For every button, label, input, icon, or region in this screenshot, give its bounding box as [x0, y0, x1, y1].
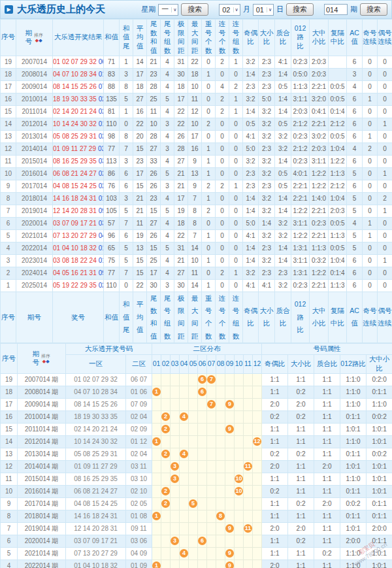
column-header: 012路 比 — [291, 20, 310, 56]
distribution-cell — [198, 497, 207, 510]
stat-cell: 88 — [104, 80, 120, 93]
distribution-cell — [198, 560, 207, 568]
stat-cell: 6 — [347, 267, 363, 279]
stat-cell: 21 — [133, 192, 147, 205]
attr-cell: 0:2 — [288, 535, 314, 547]
issue-cell: 2022014 期 — [18, 560, 66, 568]
distribution-cell — [161, 460, 171, 473]
front-numbers: 05 19 22 29 35 — [53, 282, 97, 289]
week-select[interactable]: 一∨ — [158, 4, 178, 16]
day-select-value: 01 — [256, 6, 264, 14]
distribution-cell — [161, 547, 171, 560]
month-select[interactable]: 02∨ — [219, 4, 240, 16]
distribution-cell — [216, 560, 225, 568]
stat-cell: 71 — [104, 56, 120, 68]
stat-cell: 22 — [174, 229, 188, 242]
seq-cell: 10 — [1, 167, 16, 180]
distribution-cell: 6 — [198, 386, 207, 398]
stat-cell: 15 — [133, 254, 147, 267]
stat-cell: 1:1:3 — [329, 229, 347, 242]
attr-cell: 0:2 — [288, 497, 314, 510]
distribution-cell — [216, 522, 225, 535]
stat-cell: 0 — [378, 93, 392, 105]
stat-cell: 15 — [147, 205, 161, 217]
front-numbers: 08 14 15 25 26 — [53, 83, 97, 90]
issue-cell: 2008014 期 — [18, 386, 66, 398]
stat-cell: 0 — [378, 68, 392, 80]
distribution-cell: 3 — [171, 473, 180, 485]
zone2-cell: 01 12 — [126, 435, 152, 448]
page-title: 大乐透历史上的今天 — [17, 3, 105, 16]
column-header: 和值 — [104, 292, 120, 343]
issue-input[interactable] — [324, 4, 348, 15]
column-header: 012路 比 — [291, 292, 310, 343]
issue-cell: 2018014 — [16, 192, 53, 205]
stat-cell: 1:2:2 — [291, 205, 310, 217]
stat-cell: 1 — [378, 167, 392, 180]
stat-cell: 17 — [133, 68, 147, 80]
attr-cell: 0:0:2 — [367, 410, 392, 423]
distribution-cell — [198, 522, 207, 535]
stat-cell: 0 — [202, 217, 216, 229]
day-select[interactable]: 01∨ — [253, 4, 274, 16]
lottery-ball: 6 — [198, 388, 206, 396]
stat-cell: 7 — [188, 229, 202, 242]
lottery-ball: 5 — [189, 499, 197, 508]
distribution-cell: 2 — [161, 410, 171, 423]
week-search-button[interactable]: 搜索 — [181, 3, 208, 16]
distribution-cell — [161, 386, 171, 398]
stat-cell: 13 — [188, 167, 202, 180]
stat-cell: 2 — [363, 142, 378, 155]
zone2-cell: 03 10 — [126, 473, 152, 485]
distribution-cell — [253, 460, 262, 473]
seq-cell: 16 — [1, 93, 16, 105]
stat-cell: 1 — [229, 93, 243, 105]
attr-cell: 1:1 — [314, 423, 340, 435]
stat-cell: 5 — [120, 93, 133, 105]
stat-cell: 1 — [202, 192, 216, 205]
sort-control[interactable]: 排序◆◆ — [34, 33, 43, 42]
column-header: 重号 个数 — [202, 20, 216, 56]
stat-cell: 57 — [104, 217, 120, 229]
issue-cell: 2015014 期 — [18, 473, 66, 485]
issue-cell: 2008014 — [16, 68, 53, 80]
stat-cell: 0 — [378, 242, 392, 254]
issue-search-button[interactable]: 搜索 — [360, 3, 387, 16]
distribution-cell — [171, 410, 180, 423]
seq-cell: 10 — [1, 485, 18, 497]
result-cell: 05 19 22 29 3502 10 — [53, 279, 104, 292]
distribution-cell — [198, 460, 207, 473]
distribution-cell — [244, 497, 253, 510]
lottery-ball: 12 — [253, 437, 261, 446]
table-row: 8201801414 16 18 24 3101 081033212341771… — [1, 192, 392, 205]
stat-cell: 1 — [363, 93, 378, 105]
stat-cell: 3 — [161, 279, 174, 292]
distribution-cell — [216, 497, 225, 510]
column-header: 期号 — [16, 292, 53, 343]
stat-cell: 1:2:2 — [310, 267, 329, 279]
distribution-cell: 2 — [161, 485, 171, 497]
column-header: 平均 值 — [133, 292, 147, 343]
stat-cell: 0:0:5 — [329, 93, 347, 105]
distribution-cell — [244, 398, 253, 410]
attr-cell: 0:2:0 — [367, 373, 392, 386]
stat-cell: 0 — [378, 130, 392, 142]
front-numbers: 01 04 10 18 32 — [53, 244, 97, 252]
stat-cell: 1:1:3 — [329, 279, 347, 292]
result-cell: 01 09 11 27 2903 11 — [53, 142, 104, 155]
stat-cell: 5:0 — [259, 93, 275, 105]
attr-cell: 2:0 — [314, 497, 340, 510]
distribution-cell — [244, 547, 253, 560]
distribution-cell — [171, 522, 180, 535]
stat-cell: 0 — [363, 80, 378, 93]
stat-cell: 0:1:4 — [329, 105, 347, 118]
stat-cell: 4 — [347, 217, 363, 229]
attr-cell: 1:0:1 — [340, 423, 367, 435]
back-numbers: 01 09 — [99, 257, 104, 264]
date-search-button[interactable]: 搜索 — [286, 3, 314, 16]
sort-control[interactable]: 排序◆◆ — [41, 354, 50, 363]
stat-cell: 1:1:3 — [329, 167, 347, 180]
distribution-cell — [207, 435, 216, 448]
table-row: 12201401401 09 11 27 2903 11777152732816… — [1, 142, 392, 155]
stat-cell: 2:3 — [243, 80, 259, 93]
